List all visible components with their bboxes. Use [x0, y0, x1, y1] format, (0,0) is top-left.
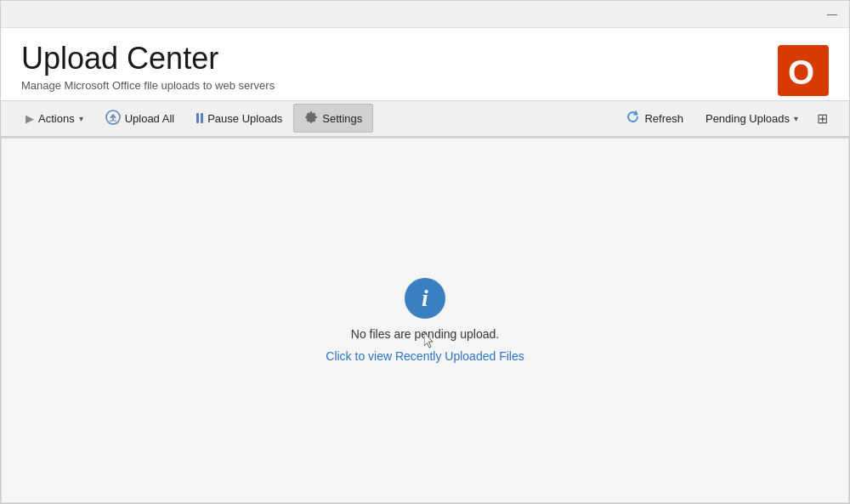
pending-uploads-button[interactable]: Pending Uploads ▾ — [694, 104, 809, 133]
settings-button[interactable]: Settings — [293, 104, 373, 133]
more-button[interactable]: ⊞ — [809, 104, 836, 133]
refresh-button[interactable]: Refresh — [615, 104, 694, 133]
settings-gear-icon — [304, 110, 318, 127]
upload-all-button[interactable]: Upload All — [94, 104, 186, 133]
upload-all-label: Upload All — [125, 112, 175, 125]
main-window: — Upload Center Manage Microsoft Office … — [0, 0, 850, 504]
minimize-button[interactable]: — — [822, 4, 842, 25]
office-logo-icon: O — [778, 45, 829, 96]
empty-message: No files are pending upload. — [351, 327, 499, 341]
header-left: Upload Center Manage Microsoft Office fi… — [21, 42, 275, 100]
actions-label: Actions — [38, 112, 75, 125]
upload-all-icon — [105, 110, 121, 127]
title-bar: — — [1, 1, 849, 28]
content-area: i No files are pending upload. Click to … — [1, 138, 849, 503]
actions-arrow-icon: ▶ — [26, 112, 34, 125]
settings-label: Settings — [322, 112, 362, 125]
svg-text:O: O — [788, 54, 814, 91]
header-area: Upload Center Manage Microsoft Office fi… — [1, 28, 849, 100]
more-icon: ⊞ — [817, 110, 828, 127]
pending-uploads-label: Pending Uploads — [706, 112, 790, 125]
pause-uploads-button[interactable]: Pause Uploads — [185, 104, 293, 133]
pause-icon — [196, 113, 203, 123]
empty-state: i No files are pending upload. Click to … — [326, 278, 524, 363]
pause-uploads-label: Pause Uploads — [207, 112, 282, 125]
app-title: Upload Center — [21, 42, 275, 76]
app-subtitle: Manage Microsoft Office file uploads to … — [21, 79, 275, 92]
toolbar: ▶ Actions ▾ Upload All Pause Uploads — [1, 100, 849, 138]
refresh-label: Refresh — [644, 112, 683, 125]
refresh-icon — [626, 110, 640, 127]
actions-button[interactable]: ▶ Actions ▾ — [14, 104, 94, 133]
actions-dropdown-icon: ▾ — [79, 114, 83, 123]
pending-uploads-dropdown-icon: ▾ — [794, 114, 798, 123]
info-circle-icon: i — [405, 278, 445, 319]
recently-uploaded-link[interactable]: Click to view Recently Uploaded Files — [326, 349, 524, 363]
